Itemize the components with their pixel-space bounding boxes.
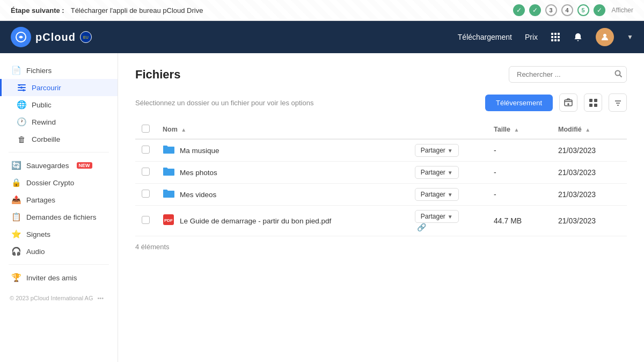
svg-rect-4	[551, 36, 553, 38]
row-date-cell: 21/03/2023	[552, 206, 627, 236]
footer-dots: •••	[98, 295, 104, 301]
folder-icon	[163, 144, 174, 157]
dossier-crypto-icon: 🔒	[11, 178, 21, 187]
toolbar-hint: Sélectionnez un dossier ou un fichier po…	[135, 99, 479, 107]
sidebar-item-audio[interactable]: 🎧 Audio	[0, 243, 118, 260]
table-row: Ma musique Partager ▼ - 21/03/2023	[135, 139, 627, 162]
grid-view-button[interactable]	[584, 93, 602, 112]
svg-rect-7	[551, 39, 553, 41]
th-name[interactable]: Nom ▲	[156, 120, 408, 139]
sidebar-item-corbeille[interactable]: 🗑 Corbeille	[0, 131, 118, 148]
sidebar-item-sauvegardes[interactable]: 🔄 Sauvegardes NEW	[0, 157, 118, 174]
svg-rect-5	[554, 36, 557, 38]
sidebar-item-rewind[interactable]: 🕐 Rewind	[0, 113, 118, 131]
nav-prix[interactable]: Prix	[525, 33, 538, 41]
corbeille-icon: 🗑	[17, 134, 26, 144]
row-name-cell: Mes videos	[156, 184, 408, 206]
sidebar-item-fichiers[interactable]: 📄 Fichiers	[0, 62, 118, 79]
parcourir-icon	[17, 83, 26, 92]
folder-icon	[163, 166, 174, 179]
file-date: 21/03/2023	[558, 168, 596, 177]
sort-button[interactable]	[609, 93, 627, 112]
svg-rect-22	[589, 99, 592, 102]
row-share-cell: Partager ▼	[408, 184, 487, 206]
notification-bell-button[interactable]	[573, 32, 583, 42]
step-3: 3	[545, 4, 557, 16]
banner-label-text: Télécharger l'appli de bureau pCloud Dri…	[71, 6, 203, 15]
row-size-cell: -	[487, 162, 552, 184]
row-name-cell: PDF Le Guide de demarrage - partir du bo…	[156, 206, 408, 236]
avatar-chevron-button[interactable]: ▼	[627, 33, 633, 41]
row-checkbox[interactable]	[142, 168, 150, 176]
folder-icon	[163, 189, 174, 201]
row-date-cell: 21/03/2023	[552, 139, 627, 162]
sidebar-item-signets[interactable]: ⭐ Signets	[0, 226, 118, 243]
logo-wrap: pCloud EU	[11, 27, 92, 47]
th-date[interactable]: Modifié ▲	[552, 120, 627, 139]
toolbar: Sélectionnez un dossier ou un fichier po…	[135, 93, 627, 112]
share-button[interactable]: Partager ▼	[415, 210, 459, 223]
svg-rect-3	[558, 33, 560, 35]
share-button[interactable]: Partager ▼	[415, 166, 459, 179]
upload-button[interactable]: Téléversement	[485, 95, 553, 111]
row-size-cell: -	[487, 184, 552, 206]
new-folder-button[interactable]	[559, 93, 577, 112]
row-checkbox-cell	[135, 184, 156, 206]
row-checkbox[interactable]	[142, 216, 150, 224]
search-button[interactable]	[614, 70, 623, 79]
partages-icon: 📤	[11, 195, 21, 205]
row-name-cell: Ma musique	[156, 139, 408, 162]
row-checkbox[interactable]	[142, 190, 150, 198]
row-name-cell: Mes photos	[156, 162, 408, 184]
banner-label-bold: Étape suivante :	[11, 6, 64, 15]
grid-icon-button[interactable]	[551, 32, 560, 42]
sidebar-divider-1	[9, 152, 109, 153]
table-row: PDF Le Guide de demarrage - partir du bo…	[135, 206, 627, 236]
sidebar-item-partages[interactable]: 📤 Partages	[0, 191, 118, 208]
search-input[interactable]	[509, 66, 627, 83]
audio-icon: 🎧	[11, 247, 21, 256]
pdf-icon: PDF	[163, 214, 174, 228]
share-button[interactable]: Partager ▼	[415, 188, 459, 201]
top-banner: Étape suivante : Télécharger l'appli de …	[0, 0, 644, 21]
step-4: 4	[561, 4, 573, 16]
sidebar-label-dossier-crypto: Dossier Crypto	[26, 179, 74, 187]
sidebar-label-corbeille: Corbeille	[32, 135, 60, 143]
sidebar-label-demandes: Demandes de fichiers	[26, 213, 97, 221]
step-1: ✓	[513, 4, 525, 16]
signets-icon: ⭐	[11, 229, 21, 239]
svg-rect-1	[551, 33, 553, 35]
file-size: 44.7 MB	[494, 216, 522, 225]
sort-arrow-date: ▲	[585, 127, 590, 133]
sort-arrow-size: ▲	[514, 127, 519, 133]
sidebar-item-public[interactable]: 🌐 Public	[0, 96, 118, 113]
sidebar-divider-2	[9, 264, 109, 265]
share-arrow-icon: ▼	[448, 214, 453, 220]
nav-telechargement[interactable]: Téléchargement	[458, 33, 512, 41]
eu-badge: EU	[80, 31, 92, 43]
th-size[interactable]: Taille ▲	[487, 120, 552, 139]
items-count: 4 éléments	[135, 243, 627, 251]
svg-rect-6	[558, 36, 560, 38]
th-check	[135, 120, 156, 139]
sidebar-item-dossier-crypto[interactable]: 🔒 Dossier Crypto	[0, 174, 118, 191]
logo-text: pCloud	[35, 31, 76, 44]
avatar-button[interactable]	[596, 28, 614, 46]
row-checkbox[interactable]	[142, 146, 150, 154]
file-date: 21/03/2023	[558, 146, 596, 155]
header: pCloud EU Téléchargement Prix ▼	[0, 21, 644, 53]
share-arrow-icon: ▼	[448, 192, 453, 198]
share-arrow-icon: ▼	[448, 170, 453, 176]
sidebar-item-demandes[interactable]: 📋 Demandes de fichiers	[0, 208, 118, 226]
layout: 📄 Fichiers Parcourir 🌐 Public 🕐	[0, 53, 644, 362]
select-all-checkbox[interactable]	[142, 125, 150, 133]
sidebar-label-partages: Partages	[26, 196, 55, 204]
afficher-button[interactable]: Afficher	[612, 6, 633, 14]
table-row: Mes videos Partager ▼ - 21/03/2023	[135, 184, 627, 206]
share-button[interactable]: Partager ▼	[415, 144, 459, 157]
sidebar-item-parcourir[interactable]: Parcourir	[0, 79, 118, 96]
sidebar-item-inviter[interactable]: 🏆 Inviter des amis	[0, 269, 118, 286]
svg-point-10	[603, 34, 606, 37]
share-link-icon[interactable]: 🔗	[417, 223, 426, 231]
sidebar-label-signets: Signets	[26, 230, 50, 238]
